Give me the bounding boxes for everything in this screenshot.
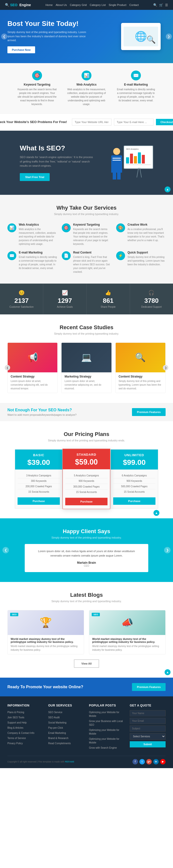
footer-link-social[interactable]: Social Marketing — [48, 721, 67, 724]
service-web-analytics-title: Web Analytics — [19, 223, 57, 226]
footer-link-ppc[interactable]: Pay-per-Click — [48, 726, 63, 729]
feature-keyword: 🎯 Keyword Targeting Keywords are the sea… — [17, 70, 57, 106]
unlimited-plan-name: UNLIMITED — [113, 453, 155, 457]
seo-url-input[interactable] — [72, 119, 112, 125]
unlimited-purchase-button[interactable]: Purchase — [113, 497, 155, 505]
what-seo-up-arrow[interactable]: ▲ — [165, 186, 171, 192]
services-grid: 📊 Web Analytics Web analytics is the mea… — [7, 223, 166, 274]
premium-features-button[interactable]: Premium Features — [132, 408, 166, 416]
basic-plan-name: BASIC — [18, 453, 60, 457]
nav-category-list[interactable]: Category List — [90, 3, 106, 6]
pricing-title: Our Pricing Plans — [7, 431, 166, 437]
share-icon: 👍 — [89, 290, 127, 296]
basic-purchase-button[interactable]: Purchase — [18, 497, 60, 505]
testimonial-arrow-right[interactable]: ❯ — [164, 547, 171, 553]
testimonial-subtitle: Simply dummy text of the printing and ty… — [7, 536, 166, 539]
case-card-3: 🔍 DETAILS Content Strategy Simply dummy … — [116, 342, 166, 393]
nav-single[interactable]: Single Product — [109, 3, 126, 6]
hero-purchase-button[interactable]: Purchase Now — [7, 46, 35, 53]
quote-email-input[interactable] — [130, 718, 166, 724]
service-content: 📄 Real Content Content is king. Fact! Fr… — [62, 251, 111, 274]
pricing-body-standard: 5 Analytics Campaigns 900 Keywords 300,0… — [63, 469, 110, 509]
menu-icon[interactable]: ☰ — [165, 3, 168, 7]
testimonial-text: Lorem ipsum dolor sit, duis metus ligula… — [32, 549, 141, 558]
footer-link-seo-service[interactable]: SEO Service — [48, 711, 62, 714]
footer-popular-1[interactable]: Optimizing your Website for Mobile — [89, 711, 119, 717]
footer-popular: Popular Posts Optimizing your Website fo… — [89, 704, 125, 751]
footer-services-heading: Our Services — [48, 704, 84, 707]
hero-arrow-left[interactable]: ❮ — [1, 34, 7, 39]
quote-submit-button[interactable]: Submit — [130, 741, 166, 747]
basic-feature-3: 200,000 Crawled Pages — [18, 484, 60, 489]
case-studies-subtitle: Simply dummy text of the printing typese… — [7, 332, 166, 335]
view-all-button[interactable]: View All — [74, 659, 99, 668]
stat-support-number: 3780 — [132, 297, 171, 305]
footer-popular-5[interactable]: Grow with Search Engine — [89, 746, 117, 749]
feature-email: ✉️ E-mail Marketing Email marketing is d… — [116, 70, 156, 106]
stat-support: 🎧 3780 Dedicated Support — [130, 284, 173, 314]
blog-img-2: 📣 SEO — [89, 610, 165, 635]
linkedin-icon[interactable]: in — [153, 759, 159, 765]
nav-about[interactable]: About Us — [56, 3, 67, 6]
seo-email-input[interactable] — [114, 119, 153, 125]
pricing-section: Our Pricing Plans Simply dummy text of t… — [0, 421, 173, 518]
seo-checkout-button[interactable]: Checkout — [156, 119, 173, 125]
stat-share-label: Share People — [89, 306, 127, 308]
latest-blogs-section: Latest Blogs Simply dummy text of the pr… — [0, 582, 173, 678]
hero-description: Simply dummy text of the printing and ty… — [7, 30, 86, 42]
youtube-icon[interactable]: ▶ — [160, 759, 166, 765]
search-icon[interactable]: 🔍 — [153, 3, 157, 7]
footer-popular-3[interactable]: Optimizing your Website for Mobile — [89, 729, 119, 735]
quote-name-input[interactable] — [130, 710, 166, 716]
footer-services: Our Services SEO Service SEO Audit Socia… — [48, 704, 84, 751]
footer-link-privacy[interactable]: Privacy Policy — [7, 742, 23, 745]
feature-keyword-title: Keyword Targeting — [24, 83, 50, 86]
cart-icon[interactable]: 🛒 — [159, 3, 163, 7]
footer-link-support[interactable]: Support and Help — [7, 721, 27, 724]
footer-grid: Information Plans & Pricing Join SEO Too… — [7, 704, 166, 751]
footer: Information Plans & Pricing Join SEO Too… — [0, 696, 173, 768]
footer-brand-link[interactable]: REFAWE — [65, 761, 74, 763]
case-2-title: Marketing Strategy — [65, 375, 108, 378]
basic-feature-4: 15 Social Accounts — [18, 489, 60, 494]
nav-contact[interactable]: Contact — [129, 3, 139, 6]
footer-link-brand[interactable]: Brand & Research — [48, 737, 69, 740]
pricing-body-basic: 3 Analytics Campaigns 300 Keywords 200,0… — [15, 469, 62, 508]
testimonial-arrow-left[interactable]: ❮ — [2, 547, 9, 553]
standard-purchase-button[interactable]: Purchase — [65, 498, 107, 505]
footer-link-blog[interactable]: Blog & Articles — [7, 726, 23, 729]
promote-button[interactable]: Premium Features — [132, 683, 166, 691]
case-img-2: 💻 DETAILS — [61, 343, 111, 372]
footer-popular-4[interactable]: Optimizing your Website for Mobile — [89, 738, 119, 744]
blogs-up-arrow[interactable]: ▲ — [165, 669, 171, 675]
nav-category-grid[interactable]: Category Grid — [70, 3, 86, 6]
case-img-3: 🔍 DETAILS — [116, 343, 165, 372]
footer-link-seo-audit[interactable]: SEO Audit — [48, 716, 59, 719]
nav-home[interactable]: Home — [46, 3, 53, 6]
hero-arrow-right[interactable]: ❯ — [166, 34, 172, 39]
twitter-icon[interactable]: t — [140, 759, 145, 765]
pricing-up-arrow[interactable]: ▲ — [153, 510, 159, 516]
footer-link-email[interactable]: Email Marketing — [48, 732, 66, 734]
footer-link-terms[interactable]: Terms of Service — [7, 737, 26, 740]
footer-link-seo-tools[interactable]: Join SEO Tools — [7, 716, 24, 719]
service-support-title: Quick Support — [127, 251, 166, 254]
seo-trial-button[interactable]: Start Free Trial — [20, 173, 50, 181]
footer-link-plans[interactable]: Plans & Pricing — [7, 711, 24, 714]
googleplus-icon[interactable]: g+ — [146, 759, 152, 765]
footer-link-read[interactable]: Read Completments — [48, 742, 71, 745]
why-services-section: Why Take Our Services Simply dummy text … — [0, 195, 173, 284]
facebook-icon[interactable]: f — [132, 759, 138, 765]
quote-subject-input[interactable] — [130, 725, 166, 732]
web-analytics-icon: 📊 — [7, 223, 16, 232]
case-arrow-right[interactable]: ❯ — [163, 365, 168, 370]
footer-bottom: Copyright © all right reserved | This te… — [7, 756, 166, 765]
service-email: ✉️ E-mail Marketing Email marketing is d… — [7, 251, 57, 274]
case-arrow-left[interactable]: ❮ — [5, 365, 10, 370]
hero-title: Bost Your Site Today! — [7, 20, 86, 28]
case-card-1: 📢 DETAILS Content Strategy Lorem ipsum d… — [7, 342, 57, 393]
footer-link-company[interactable]: Company & Contact Info — [7, 732, 34, 734]
stat-satisfaction-label: Customer Satisfaction — [2, 306, 41, 308]
quote-service-select[interactable]: Select Services — [130, 733, 166, 740]
footer-popular-2[interactable]: Grow your Business with Local SEO — [89, 720, 123, 726]
